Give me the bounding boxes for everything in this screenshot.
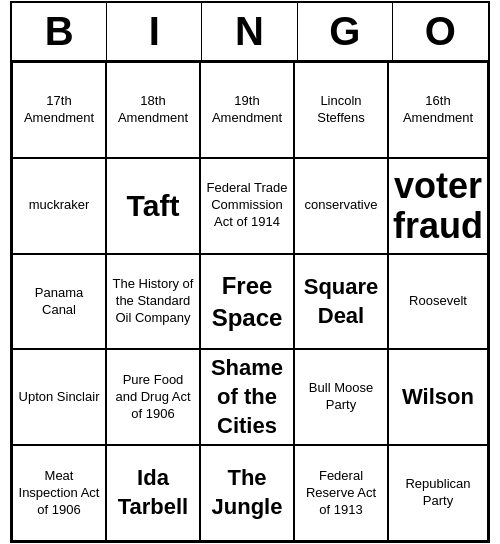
cell-text: Roosevelt xyxy=(409,293,467,310)
header-letter: I xyxy=(107,3,202,60)
header-letter: B xyxy=(12,3,107,60)
bingo-cell: Bull Moose Party xyxy=(294,349,388,445)
bingo-cell: Square Deal xyxy=(294,254,388,350)
bingo-cell: Shame of the Cities xyxy=(200,349,294,445)
bingo-cell: Roosevelt xyxy=(388,254,488,350)
cell-text: Taft xyxy=(127,186,180,225)
bingo-cell: Taft xyxy=(106,158,200,254)
cell-text: Square Deal xyxy=(299,273,383,330)
bingo-cell: 17th Amendment xyxy=(12,62,106,158)
bingo-cell: 19th Amendment xyxy=(200,62,294,158)
cell-text: Federal Reserve Act of 1913 xyxy=(299,468,383,519)
bingo-header: BINGO xyxy=(12,3,488,62)
cell-text: 19th Amendment xyxy=(205,93,289,127)
cell-text: Lincoln Steffens xyxy=(299,93,383,127)
cell-text: Meat Inspection Act of 1906 xyxy=(17,468,101,519)
bingo-cell: Federal Trade Commission Act of 1914 xyxy=(200,158,294,254)
cell-text: 18th Amendment xyxy=(111,93,195,127)
cell-text: The History of the Standard Oil Company xyxy=(111,276,195,327)
cell-text: Federal Trade Commission Act of 1914 xyxy=(205,180,289,231)
bingo-cell: Republican Party xyxy=(388,445,488,541)
cell-text: muckraker xyxy=(29,197,90,214)
bingo-cell: Free Space xyxy=(200,254,294,350)
bingo-cell: Ida Tarbell xyxy=(106,445,200,541)
header-letter: N xyxy=(202,3,297,60)
bingo-cell: The Jungle xyxy=(200,445,294,541)
cell-text: Panama Canal xyxy=(17,285,101,319)
bingo-cell: conservative xyxy=(294,158,388,254)
cell-text: Free Space xyxy=(205,270,289,332)
cell-text: conservative xyxy=(305,197,378,214)
bingo-cell: voter fraud xyxy=(388,158,488,254)
cell-text: 17th Amendment xyxy=(17,93,101,127)
bingo-cell: 18th Amendment xyxy=(106,62,200,158)
bingo-card: BINGO 17th Amendment18th Amendment19th A… xyxy=(10,1,490,543)
cell-text: Ida Tarbell xyxy=(111,464,195,521)
cell-text: Bull Moose Party xyxy=(299,380,383,414)
cell-text: Shame of the Cities xyxy=(205,354,289,440)
bingo-cell: The History of the Standard Oil Company xyxy=(106,254,200,350)
header-letter: G xyxy=(298,3,393,60)
bingo-cell: Pure Food and Drug Act of 1906 xyxy=(106,349,200,445)
cell-text: voter fraud xyxy=(393,166,483,245)
bingo-cell: Wilson xyxy=(388,349,488,445)
bingo-cell: Federal Reserve Act of 1913 xyxy=(294,445,388,541)
bingo-cell: Lincoln Steffens xyxy=(294,62,388,158)
cell-text: 16th Amendment xyxy=(393,93,483,127)
bingo-cell: Upton Sinclair xyxy=(12,349,106,445)
bingo-cell: 16th Amendment xyxy=(388,62,488,158)
cell-text: Pure Food and Drug Act of 1906 xyxy=(111,372,195,423)
cell-text: Wilson xyxy=(402,383,474,412)
bingo-cell: muckraker xyxy=(12,158,106,254)
cell-text: Upton Sinclair xyxy=(19,389,100,406)
cell-text: Republican Party xyxy=(393,476,483,510)
bingo-cell: Meat Inspection Act of 1906 xyxy=(12,445,106,541)
header-letter: O xyxy=(393,3,488,60)
bingo-cell: Panama Canal xyxy=(12,254,106,350)
bingo-grid: 17th Amendment18th Amendment19th Amendme… xyxy=(12,62,488,541)
cell-text: The Jungle xyxy=(205,464,289,521)
